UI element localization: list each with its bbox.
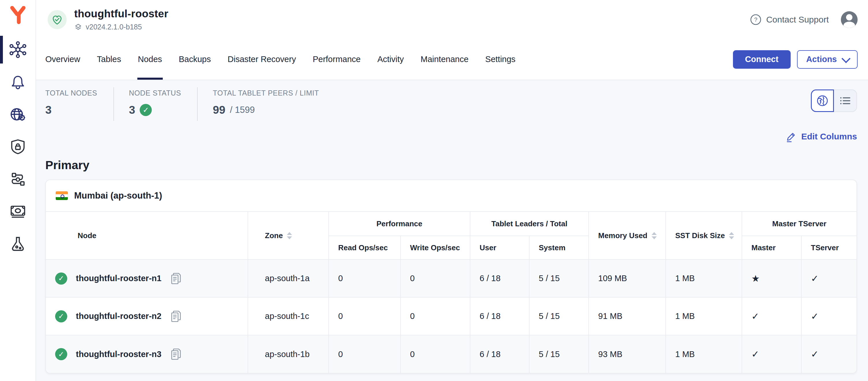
map-view-button[interactable] — [811, 89, 834, 112]
sst-disk-cell: 1 MB — [666, 260, 742, 297]
tab-overview[interactable]: Overview — [45, 39, 80, 80]
svg-text:?: ? — [754, 17, 757, 23]
tab-settings[interactable]: Settings — [485, 39, 516, 80]
copy-button[interactable] — [170, 348, 182, 360]
flask-icon — [9, 235, 27, 253]
flow-icon — [9, 170, 27, 188]
connect-button[interactable]: Connect — [733, 50, 790, 69]
layers-icon — [74, 23, 82, 31]
column-header-user: User — [470, 236, 529, 260]
tabs: OverviewTablesNodesBackupsDisaster Recov… — [45, 39, 516, 80]
globe-icon — [816, 94, 829, 107]
memory-used-cell: 93 MB — [589, 335, 666, 373]
memory-used-cell: 109 MB — [589, 260, 666, 297]
column-header-memory[interactable]: Memory Used — [589, 211, 666, 260]
nodes-table: Node Zone Performance Tablet Leaders / T… — [46, 211, 857, 373]
bell-icon — [9, 73, 27, 91]
tab-performance[interactable]: Performance — [313, 39, 361, 80]
sidebar-item-integrations[interactable] — [0, 163, 35, 195]
sort-icon — [652, 232, 657, 239]
column-header-label: SST Disk Size — [675, 231, 725, 240]
sidebar-item-labs[interactable] — [0, 228, 35, 260]
check-icon: ✓ — [742, 335, 801, 373]
user-tablets-cell: 6 / 18 — [470, 260, 529, 297]
read-ops-cell: 0 — [329, 335, 401, 373]
sst-disk-cell: 1 MB — [666, 335, 742, 373]
stat-label: TOTAL NODES — [45, 89, 97, 97]
check-icon: ✓ — [801, 335, 857, 373]
stat-label: NODE STATUS — [129, 89, 181, 97]
tab-backups[interactable]: Backups — [179, 39, 211, 80]
sidebar-item-alerts[interactable] — [0, 66, 35, 98]
memory-used-cell: 91 MB — [589, 297, 666, 335]
column-header-read-ops: Read Ops/sec — [329, 236, 401, 260]
globe-gear-icon — [9, 105, 27, 123]
stat-total-nodes: TOTAL NODES 3 — [45, 87, 114, 121]
edit-columns-label: Edit Columns — [801, 131, 857, 141]
read-ops-cell: 0 — [329, 260, 401, 297]
read-ops-cell: 0 — [329, 297, 401, 335]
check-circle-icon — [140, 104, 152, 116]
main-area: thoughtful-rooster v2024.2.1.0-b185 ? Co… — [36, 0, 868, 381]
table-row: thoughtful-rooster-n2 ap- — [46, 297, 857, 335]
view-mode-toggle — [811, 89, 857, 112]
contact-support-link[interactable]: ? Contact Support — [750, 14, 829, 25]
sidebar — [0, 0, 36, 381]
table-header: Node Zone Performance Tablet Leaders / T… — [46, 211, 857, 260]
stat-value: 99 — [213, 104, 225, 116]
write-ops-cell: 0 — [401, 297, 470, 335]
copy-button[interactable] — [170, 310, 182, 323]
sort-icon — [287, 232, 292, 239]
user-avatar[interactable] — [841, 11, 858, 28]
tab-bar: OverviewTablesNodesBackupsDisaster Recov… — [36, 39, 868, 80]
region-card: Mumbai (ap-south-1) Node Zone — [45, 179, 857, 374]
cluster-name: thoughtful-rooster — [74, 8, 168, 20]
region-name: Mumbai (ap-south-1) — [74, 190, 162, 201]
column-header-zone[interactable]: Zone — [248, 211, 329, 260]
yugabyte-logo[interactable] — [9, 5, 27, 25]
copy-button[interactable] — [170, 272, 182, 285]
sidebar-item-network[interactable] — [0, 98, 35, 130]
region-card-header: Mumbai (ap-south-1) — [46, 180, 857, 211]
zone-cell: ap-south-1b — [248, 335, 329, 373]
sidebar-item-security[interactable] — [0, 130, 35, 163]
node-cell: thoughtful-rooster-n1 — [46, 260, 248, 297]
list-view-button[interactable] — [834, 89, 857, 112]
column-header-write-ops: Write Ops/sec — [401, 236, 470, 260]
edit-columns-button[interactable]: Edit Columns — [785, 131, 857, 142]
tab-maintenance[interactable]: Maintenance — [421, 39, 469, 80]
table-body: thoughtful-rooster-n1 ap- — [46, 260, 857, 373]
tab-disaster-recovery[interactable]: Disaster Recovery — [228, 39, 296, 80]
tab-activity[interactable]: Activity — [377, 39, 404, 80]
column-header-sst[interactable]: SST Disk Size — [666, 211, 742, 260]
pencil-icon — [785, 131, 797, 142]
cluster-title-block: thoughtful-rooster v2024.2.1.0-b185 — [74, 8, 168, 31]
sidebar-item-clusters[interactable] — [0, 33, 35, 66]
sidebar-item-billing[interactable] — [0, 195, 35, 228]
system-tablets-cell: 5 / 15 — [529, 335, 589, 373]
content: TOTAL NODES 3 NODE STATUS 3 TOTAL TAB — [36, 80, 868, 381]
chevron-down-icon — [841, 54, 850, 63]
node-name: thoughtful-rooster-n1 — [76, 274, 161, 283]
cluster-version: v2024.2.1.0-b185 — [86, 23, 142, 31]
stat-value: 3 — [45, 104, 52, 116]
yugabyte-y-icon — [9, 6, 27, 25]
user-tablets-cell: 6 / 18 — [470, 297, 529, 335]
column-header-node: Node — [46, 211, 248, 260]
table-row: thoughtful-rooster-n3 ap- — [46, 335, 857, 373]
tab-nodes[interactable]: Nodes — [138, 39, 162, 80]
cluster-health-badge — [48, 10, 67, 29]
user-tablets-cell: 6 / 18 — [470, 335, 529, 373]
sst-disk-cell: 1 MB — [666, 297, 742, 335]
node-cell: thoughtful-rooster-n3 — [46, 335, 248, 373]
actions-button[interactable]: Actions — [797, 50, 858, 69]
check-icon: ✓ — [801, 260, 857, 297]
node-healthy-icon — [55, 348, 67, 360]
contact-support-label: Contact Support — [766, 15, 829, 25]
stat-node-status: NODE STATUS 3 — [114, 87, 197, 121]
copy-icon — [170, 272, 182, 285]
sort-icon — [729, 232, 734, 239]
tab-tables[interactable]: Tables — [97, 39, 121, 80]
write-ops-cell: 0 — [401, 335, 470, 373]
node-healthy-icon — [55, 272, 67, 285]
